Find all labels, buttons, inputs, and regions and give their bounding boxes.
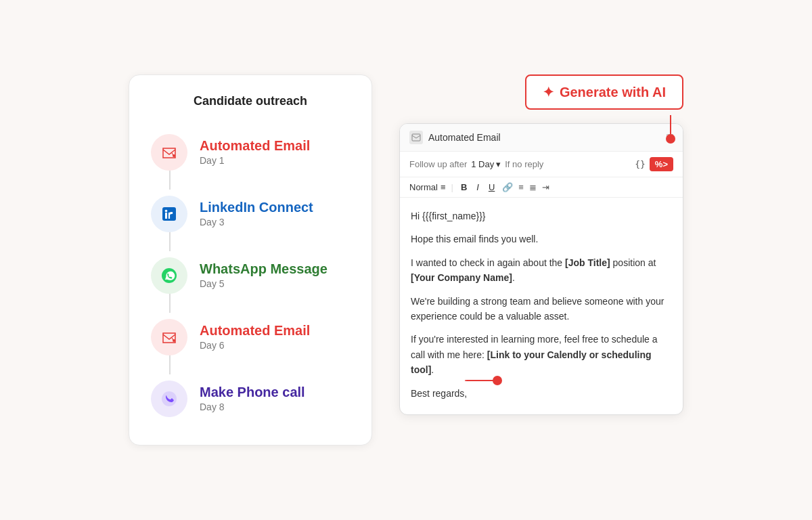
step-icon-phone (151, 381, 187, 417)
step-icon-whatsapp (151, 257, 187, 294)
step-wrapper-1: Automated Email Day 1 (151, 127, 350, 177)
step-title-5: Make Phone call (200, 385, 350, 400)
email-body-line-5: If you're interested in learning more, f… (411, 332, 672, 377)
step-list: Automated Email Day 1 (151, 127, 350, 423)
bold-button[interactable]: B (459, 181, 469, 193)
arrow-dot (666, 134, 675, 144)
step-day-5: Day 8 (200, 402, 350, 412)
step-wrapper-4: Automated Email Day 6 (151, 312, 350, 362)
card-title: Candidate outreach (151, 94, 350, 108)
step-item-5[interactable]: Make Phone call Day 8 (151, 374, 350, 423)
step-title-2: LinkedIn Connect (200, 200, 350, 215)
list-icon[interactable]: ≡ (518, 182, 524, 192)
normal-label: Normal (409, 182, 438, 192)
percent-button[interactable]: %> (650, 157, 673, 171)
step-item-3[interactable]: WhatsApp Message Day 5 (151, 251, 350, 300)
follow-up-label: Follow up after (409, 159, 467, 169)
email-panel: Automated Email □ Follow up after 1 Day … (399, 123, 683, 415)
email-panel-title: Automated Email (409, 131, 501, 144)
email-panel-body[interactable]: Hi {{{first_name}}} Hope this email find… (400, 198, 683, 414)
step-info-3: WhatsApp Message Day 5 (200, 251, 350, 300)
email-small-icon (409, 131, 423, 144)
arrow-line-vertical (670, 115, 671, 134)
svg-point-6 (162, 391, 177, 406)
generate-button-label: Generate with AI (560, 85, 666, 100)
email-panel-header: Automated Email □ (400, 124, 683, 152)
align-icon[interactable]: ⇥ (542, 182, 549, 192)
generate-with-ai-button[interactable]: ✦ Generate with AI (525, 74, 683, 110)
step-item-4[interactable]: Automated Email Day 6 (151, 312, 350, 362)
step-wrapper-2: LinkedIn Connect Day 3 (151, 189, 350, 238)
email-body-line-2: Hope this email finds you well. (411, 232, 672, 246)
bracket-button[interactable]: {} (635, 159, 646, 169)
underline-button[interactable]: U (487, 181, 497, 193)
link-icon[interactable]: 🔗 (502, 182, 513, 192)
step-item-1[interactable]: Automated Email Day 1 (151, 127, 350, 177)
svg-point-3 (165, 209, 168, 212)
day-value: 1 Day (471, 159, 494, 169)
step-item-2[interactable]: LinkedIn Connect Day 3 (151, 189, 350, 238)
step-info-4: Automated Email Day 6 (200, 312, 350, 362)
svg-rect-7 (412, 134, 420, 141)
step-icon-email-1 (151, 134, 187, 171)
step-title-3: WhatsApp Message (200, 261, 350, 277)
svg-point-5 (173, 339, 175, 342)
email-body-line-1: Hi {{{first_name}}} (411, 209, 672, 223)
format-separator: | (451, 182, 453, 192)
step-title-1: Automated Email (200, 138, 350, 154)
svg-point-0 (173, 154, 175, 157)
ordered-list-icon[interactable]: ≣ (529, 182, 537, 192)
step-icon-linkedin (151, 196, 187, 232)
step-info-1: Automated Email Day 1 (200, 127, 350, 177)
step-info-5: Make Phone call Day 8 (200, 374, 350, 423)
step-wrapper-5: Make Phone call Day 8 (151, 374, 350, 423)
format-chevron: ≡ (441, 182, 446, 192)
main-container: Candidate outreach Automated Email (129, 74, 683, 446)
step-icon-email-4 (151, 319, 187, 355)
svg-rect-2 (165, 213, 167, 219)
step4-panel-connector (465, 376, 502, 385)
italic-button[interactable]: I (474, 181, 481, 193)
email-body-line-3: I wanted to check in again about the [Jo… (411, 255, 672, 286)
step-day-4: Day 6 (200, 340, 350, 351)
step-wrapper-3: WhatsApp Message Day 5 (151, 251, 350, 300)
email-body-line-6: Best regards, (411, 386, 672, 401)
email-body-line-4: We're building a strong team and believe… (411, 294, 672, 324)
toolbar-right: {} %> (635, 157, 673, 171)
right-side: ✦ Generate with AI (399, 74, 683, 415)
step-day-3: Day 5 (200, 278, 350, 289)
candidate-outreach-card: Candidate outreach Automated Email (129, 74, 372, 446)
if-no-reply-label: If no reply (505, 159, 543, 169)
step-info-2: LinkedIn Connect Day 3 (200, 189, 350, 238)
step-day-2: Day 3 (200, 217, 350, 228)
step-title-4: Automated Email (200, 323, 350, 339)
step-day-1: Day 1 (200, 155, 350, 166)
toolbar-left: Follow up after 1 Day ▾ If no reply (409, 159, 543, 169)
email-panel-toolbar: Follow up after 1 Day ▾ If no reply {} %… (400, 152, 683, 177)
email-panel-title-text: Automated Email (428, 132, 501, 143)
wand-icon: ✦ (543, 84, 554, 100)
chevron-icon: ▾ (496, 159, 501, 169)
format-normal-select[interactable]: Normal ≡ (409, 182, 446, 192)
day-select[interactable]: 1 Day ▾ (471, 159, 501, 169)
format-bar: Normal ≡ | B I U 🔗 ≡ ≣ ⇥ (400, 177, 683, 198)
